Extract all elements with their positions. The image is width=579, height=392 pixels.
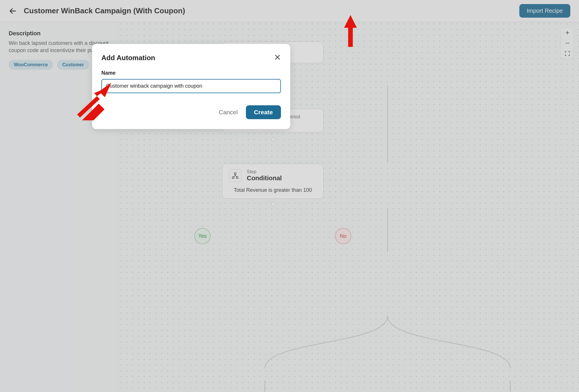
annotation-arrow-icon (339, 15, 362, 47)
annotation-arrow-icon (76, 83, 114, 120)
svg-marker-12 (99, 83, 111, 97)
cancel-button[interactable]: Cancel (219, 109, 238, 116)
create-button[interactable]: Create (246, 105, 281, 119)
add-automation-modal: Add Automation Name Cancel Create (92, 44, 290, 129)
name-field-label: Name (101, 70, 281, 76)
close-icon[interactable] (274, 54, 281, 62)
automation-name-input[interactable] (101, 79, 281, 93)
modal-overlay[interactable]: Add Automation Name Cancel Create (0, 0, 579, 392)
svg-marker-10 (344, 15, 357, 47)
modal-title: Add Automation (101, 54, 155, 62)
